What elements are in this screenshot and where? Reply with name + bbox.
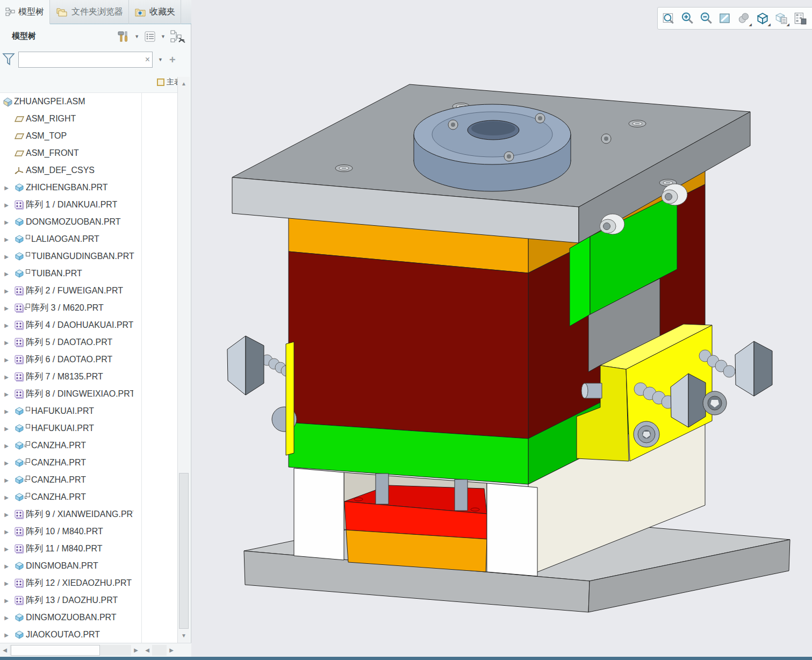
scrollbar-thumb[interactable]: [179, 473, 189, 629]
expand-arrow-icon[interactable]: ▶: [0, 322, 13, 328]
expand-arrow-icon[interactable]: ▶: [0, 477, 13, 483]
expand-arrow-icon[interactable]: ▶: [0, 202, 13, 208]
settings-dropdown-icon[interactable]: ▼: [160, 34, 167, 39]
tree-row[interactable]: ▶阵列 11 / M840.PRT: [0, 540, 177, 557]
saved-views-icon[interactable]: ◢: [754, 9, 771, 27]
spacer-block-right[interactable]: [487, 483, 537, 576]
tree-row[interactable]: ▶阵列 3 / M620.PRT: [0, 299, 177, 317]
tree-row[interactable]: ▶ASM_FRONT: [0, 145, 177, 162]
expand-arrow-icon[interactable]: ▶: [0, 563, 13, 569]
clear-icon[interactable]: ×: [145, 54, 150, 65]
tree-row[interactable]: ▶DONGMOZUOBAN.PRT: [0, 213, 177, 231]
hscrollbar-track[interactable]: [10, 645, 131, 656]
tree-row[interactable]: ▶阵列 13 / DAOZHU.PRT: [0, 592, 177, 609]
tree-row[interactable]: ▶阵列 12 / XIEDAOZHU.PRT: [0, 575, 177, 592]
tree-item-label[interactable]: 阵列 6 / DAOTAO.PRT: [26, 354, 112, 365]
socket-screw[interactable]: [634, 421, 659, 447]
return-pin[interactable]: [376, 474, 389, 504]
tree-item-label[interactable]: 阵列 9 / XIANWEIDANG.PRT: [26, 509, 133, 520]
tree-row[interactable]: ▶阵列 8 / DINGWEIXIAO.PRT: [0, 385, 177, 403]
tree-filter-icon[interactable]: [169, 28, 187, 45]
cavity-plate-front[interactable]: [289, 252, 528, 439]
zoom-in-icon[interactable]: [679, 9, 696, 27]
tree-item-label[interactable]: HAFUKUAI.PRT: [31, 424, 94, 433]
tree-row[interactable]: ▶DINGMOZUOBAN.PRT: [0, 609, 177, 626]
tree-item-label[interactable]: ASM_RIGHT: [26, 114, 76, 124]
tree-item-label[interactable]: 阵列 5 / DAOTAO.PRT: [26, 337, 112, 348]
tree-item-label[interactable]: 阵列 3 / M620.PRT: [31, 303, 104, 314]
tab-folder-browser[interactable]: 文件夹浏览器: [50, 0, 129, 24]
tree-item-label[interactable]: HAFUKUAI.PRT: [31, 406, 94, 416]
expand-arrow-icon[interactable]: ▶: [0, 460, 13, 466]
refit-icon[interactable]: [660, 9, 677, 27]
tree-item-label[interactable]: 阵列 7 / M8135.PRT: [26, 371, 103, 383]
expand-arrow-icon[interactable]: ▶: [0, 357, 13, 363]
view-manager-icon[interactable]: ◢: [773, 9, 790, 27]
tree-row[interactable]: ▶HAFUKUAI.PRT: [0, 403, 177, 420]
tree-row[interactable]: ▶阵列 7 / M8135.PRT: [0, 368, 177, 385]
expand-arrow-icon[interactable]: ▶: [0, 512, 13, 518]
tree-item-label[interactable]: ZHICHENGBAN.PRT: [26, 183, 108, 192]
expand-arrow-icon[interactable]: ▶: [0, 580, 13, 586]
settings-list-icon[interactable]: [142, 30, 157, 44]
tree-row[interactable]: ▶CANZHA.PRT: [0, 454, 177, 471]
socket-screw[interactable]: [703, 391, 727, 415]
tree-item-label[interactable]: TUIBANGUDINGBAN.PRT: [31, 252, 134, 261]
tree-item-label[interactable]: 阵列 13 / DAOZHU.PRT: [26, 595, 118, 606]
add-filter-button[interactable]: +: [169, 54, 176, 66]
tab-favorites[interactable]: ✱ 收藏夹: [129, 0, 181, 24]
expand-arrow-icon[interactable]: ▶: [0, 494, 13, 500]
tree-row[interactable]: ▶ZHUANGPEI.ASM: [0, 93, 177, 110]
scroll-up-icon[interactable]: ▲: [178, 78, 190, 90]
expand-arrow-icon[interactable]: ▶: [0, 271, 13, 277]
tree-item-label[interactable]: ASM_DEF_CSYS: [26, 166, 95, 175]
expand-arrow-icon[interactable]: ▶: [0, 236, 13, 242]
expand-arrow-icon[interactable]: ▶: [0, 288, 13, 294]
scroll-left-icon[interactable]: ◀: [1, 645, 9, 656]
expand-arrow-icon[interactable]: ▶: [0, 254, 13, 260]
tree-item-label[interactable]: DINGMOBAN.PRT: [26, 561, 98, 571]
col-scroll-left-icon[interactable]: ◀: [143, 645, 152, 656]
expand-arrow-icon[interactable]: ▶: [0, 598, 13, 604]
tree-row[interactable]: ▶DINGMOBAN.PRT: [0, 557, 177, 575]
tree-row[interactable]: ▶阵列 9 / XIANWEIDANG.PRT: [0, 506, 177, 523]
tree-row[interactable]: ▶JIAOKOUTAO.PRT: [0, 626, 177, 643]
expand-arrow-icon[interactable]: ▶: [0, 408, 13, 414]
tree-row[interactable]: ▶HAFUKUAI.PRT: [0, 420, 177, 437]
tab-model-tree[interactable]: 模型树: [0, 0, 50, 24]
tree-item-label[interactable]: TUIBAN.PRT: [31, 269, 82, 278]
tree-row[interactable]: ▶阵列 4 / DAOHUAKUAI.PRT: [0, 317, 177, 334]
tree-item-label[interactable]: CANZHA.PRT: [31, 458, 86, 468]
tree-item-label[interactable]: 阵列 10 / M840.PRT: [26, 526, 103, 537]
expand-arrow-icon[interactable]: ▶: [0, 219, 13, 225]
tree-row[interactable]: ▶LALIAOGAN.PRT: [0, 231, 177, 248]
tree-vertical-scrollbar[interactable]: ▲ ▼: [177, 77, 190, 643]
tree-item-label[interactable]: 阵列 8 / DINGWEIXIAO.PRT: [26, 389, 133, 400]
tree-row[interactable]: ▶阵列 5 / DAOTAO.PRT: [0, 334, 177, 351]
expand-arrow-icon[interactable]: ▶: [0, 426, 13, 432]
scroll-down-icon[interactable]: ▼: [178, 630, 190, 642]
tree-item-label[interactable]: ZHUANGPEI.ASM: [14, 97, 85, 106]
tree-row[interactable]: ▶阵列 2 / FUWEIGAN.PRT: [0, 282, 177, 299]
tree-row[interactable]: ▶阵列 6 / DAOTAO.PRT: [0, 351, 177, 368]
yellow-edge-strip[interactable]: [286, 342, 294, 455]
tree-row[interactable]: ▶阵列 1 / DIANKUAI.PRT: [0, 196, 177, 213]
tree-row[interactable]: ▶CANZHA.PRT: [0, 489, 177, 506]
tree-item-label[interactable]: JIAOKOUTAO.PRT: [26, 630, 100, 640]
tree-item-label[interactable]: DONGMOZUOBAN.PRT: [26, 217, 121, 227]
expand-arrow-icon[interactable]: ▶: [0, 632, 13, 638]
graphics-viewport[interactable]: ◢ ◢ ◢: [191, 0, 812, 657]
expand-arrow-icon[interactable]: ▶: [0, 443, 13, 449]
tree-item-label[interactable]: CANZHA.PRT: [31, 475, 86, 485]
tree-row[interactable]: ▶ASM_TOP: [0, 127, 177, 145]
spacer-block-left[interactable]: [294, 468, 344, 560]
tree-item-label[interactable]: 阵列 1 / DIANKUAI.PRT: [26, 199, 117, 211]
tree-row[interactable]: ▶阵列 10 / M840.PRT: [0, 523, 177, 540]
datum-display-icon[interactable]: [792, 9, 809, 27]
tree-row[interactable]: ▶ZHICHENGBAN.PRT: [0, 179, 177, 196]
return-pin[interactable]: [455, 479, 468, 511]
expand-arrow-icon[interactable]: ▶: [0, 185, 13, 191]
tree-row[interactable]: ▶CANZHA.PRT: [0, 471, 177, 489]
expand-arrow-icon[interactable]: ▶: [0, 391, 13, 397]
tree-row[interactable]: ▶TUIBANGUDINGBAN.PRT: [0, 248, 177, 265]
